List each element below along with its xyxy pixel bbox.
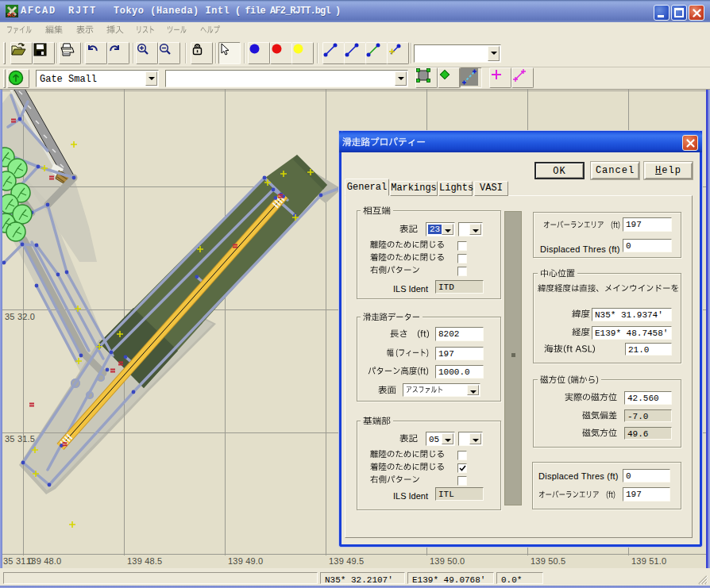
svg-text:AC: AC (7, 12, 15, 17)
